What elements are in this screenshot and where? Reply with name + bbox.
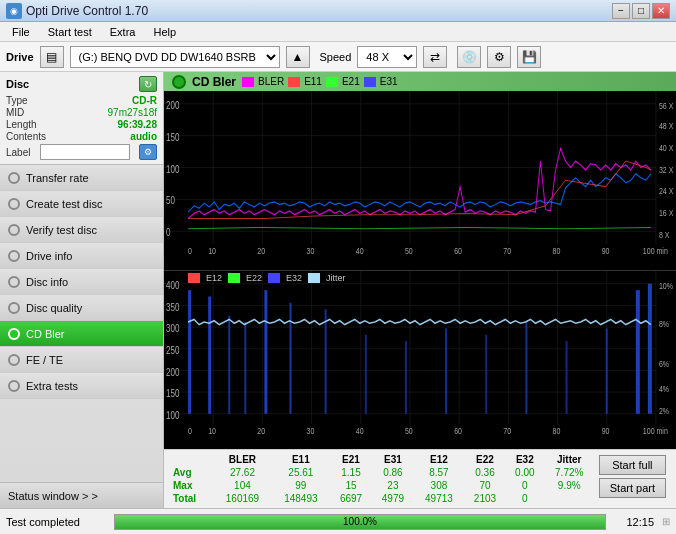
disc-type-value: CD-R bbox=[132, 95, 157, 106]
chart-legend-2: E12 E22 E32 Jitter bbox=[188, 273, 346, 283]
legend-e32-color bbox=[268, 273, 280, 283]
svg-rect-90 bbox=[566, 341, 568, 414]
nav-label-disc-quality: Disc quality bbox=[26, 302, 82, 314]
legend-e11-label: E11 bbox=[304, 76, 322, 87]
svg-rect-80 bbox=[228, 315, 230, 413]
svg-text:40: 40 bbox=[356, 246, 364, 256]
minimize-button[interactable]: − bbox=[612, 3, 630, 19]
stats-max-jitter: 9.9% bbox=[544, 479, 595, 492]
svg-text:150: 150 bbox=[166, 132, 179, 143]
stats-avg-e21: 1.15 bbox=[330, 466, 372, 479]
stats-max-e11: 99 bbox=[272, 479, 330, 492]
start-part-button[interactable]: Start part bbox=[599, 478, 666, 498]
svg-text:20: 20 bbox=[257, 246, 265, 256]
legend-e11-color bbox=[288, 77, 300, 87]
stats-total-jitter bbox=[544, 492, 595, 505]
content-area: CD Bler BLER E11 E21 E31 bbox=[164, 72, 676, 508]
svg-rect-81 bbox=[244, 322, 246, 414]
maximize-button[interactable]: □ bbox=[632, 3, 650, 19]
svg-text:300: 300 bbox=[166, 323, 179, 334]
svg-text:80: 80 bbox=[553, 246, 561, 256]
status-bar: Test completed 100.0% 12:15 ⊞ bbox=[0, 508, 676, 534]
media-icon[interactable]: 💿 bbox=[457, 46, 481, 68]
drive-eject-icon[interactable]: ▤ bbox=[40, 46, 64, 68]
nav-icon-create-test-disc bbox=[8, 198, 20, 210]
stats-max-label: Max bbox=[170, 479, 213, 492]
svg-rect-93 bbox=[648, 283, 652, 413]
main-area: Disc ↻ Type CD-R MID 97m27s18f Length 96… bbox=[0, 72, 676, 508]
svg-rect-88 bbox=[485, 334, 487, 413]
stats-header-e21: E21 bbox=[330, 453, 372, 466]
stats-total-e21: 6697 bbox=[330, 492, 372, 505]
disc-label-icon[interactable]: ⚙ bbox=[139, 144, 157, 160]
disc-title: Disc bbox=[6, 78, 29, 90]
svg-text:250: 250 bbox=[166, 345, 179, 356]
action-buttons: Start full Start part bbox=[595, 453, 670, 500]
nav-icon-disc-info bbox=[8, 276, 20, 288]
nav-label-create-test-disc: Create test disc bbox=[26, 198, 102, 210]
svg-text:2%: 2% bbox=[659, 406, 669, 416]
menu-bar: File Start test Extra Help bbox=[0, 22, 676, 42]
sidebar-item-disc-info[interactable]: Disc info bbox=[0, 269, 163, 295]
drive-refresh-icon[interactable]: ▲ bbox=[286, 46, 310, 68]
sidebar-item-transfer-rate[interactable]: Transfer rate bbox=[0, 165, 163, 191]
sidebar-item-drive-info[interactable]: Drive info bbox=[0, 243, 163, 269]
legend-bler-color bbox=[242, 77, 254, 87]
stats-header-e22: E22 bbox=[464, 453, 506, 466]
stats-avg-label: Avg bbox=[170, 466, 213, 479]
disc-label-input[interactable] bbox=[40, 144, 130, 160]
sidebar-item-extra-tests[interactable]: Extra tests bbox=[0, 373, 163, 399]
nav-icon-verify-test-disc bbox=[8, 224, 20, 236]
nav-label-verify-test-disc: Verify test disc bbox=[26, 224, 97, 236]
svg-text:10: 10 bbox=[208, 246, 216, 256]
sidebar-item-disc-quality[interactable]: Disc quality bbox=[0, 295, 163, 321]
legend-e21-label: E21 bbox=[342, 76, 360, 87]
menu-help[interactable]: Help bbox=[145, 24, 184, 40]
sidebar-item-verify-test-disc[interactable]: Verify test disc bbox=[0, 217, 163, 243]
svg-text:60: 60 bbox=[454, 426, 462, 436]
nav-label-disc-info: Disc info bbox=[26, 276, 68, 288]
svg-text:0: 0 bbox=[188, 246, 192, 256]
stats-max-bler: 104 bbox=[213, 479, 271, 492]
status-window-button[interactable]: Status window > > bbox=[0, 482, 163, 508]
disc-contents-value: audio bbox=[130, 131, 157, 142]
stats-max-e21: 15 bbox=[330, 479, 372, 492]
sidebar-item-create-test-disc[interactable]: Create test disc bbox=[0, 191, 163, 217]
chart-header: CD Bler BLER E11 E21 E31 bbox=[164, 72, 676, 91]
speed-select[interactable]: 48 X 32 X 16 X bbox=[357, 46, 417, 68]
window-controls: − □ ✕ bbox=[612, 3, 670, 19]
legend-e32-label: E32 bbox=[286, 273, 302, 283]
menu-start-test[interactable]: Start test bbox=[40, 24, 100, 40]
close-button[interactable]: ✕ bbox=[652, 3, 670, 19]
nav-label-fe-te: FE / TE bbox=[26, 354, 63, 366]
bottom-chart: E12 E22 E32 Jitter bbox=[164, 271, 676, 450]
stats-header-e32: E32 bbox=[506, 453, 544, 466]
save-icon[interactable]: 💾 bbox=[517, 46, 541, 68]
menu-file[interactable]: File bbox=[4, 24, 38, 40]
stats-total-e22: 2103 bbox=[464, 492, 506, 505]
sidebar-item-cd-bler[interactable]: CD Bler bbox=[0, 321, 163, 347]
app-title: Opti Drive Control 1.70 bbox=[26, 4, 148, 18]
stats-avg-e11: 25.61 bbox=[272, 466, 330, 479]
svg-rect-84 bbox=[325, 309, 327, 414]
settings-icon[interactable]: ⚙ bbox=[487, 46, 511, 68]
stats-max-e22: 70 bbox=[464, 479, 506, 492]
svg-text:70: 70 bbox=[503, 426, 511, 436]
svg-text:48 X: 48 X bbox=[659, 121, 674, 131]
disc-refresh-button[interactable]: ↻ bbox=[139, 76, 157, 92]
svg-text:400: 400 bbox=[166, 279, 179, 290]
legend-e12-color bbox=[188, 273, 200, 283]
svg-text:200: 200 bbox=[166, 100, 179, 111]
stats-avg-e12: 8.57 bbox=[414, 466, 464, 479]
start-full-button[interactable]: Start full bbox=[599, 455, 666, 475]
speed-apply-icon[interactable]: ⇄ bbox=[423, 46, 447, 68]
nav-icon-fe-te bbox=[8, 354, 20, 366]
sidebar-item-fe-te[interactable]: FE / TE bbox=[0, 347, 163, 373]
svg-text:50: 50 bbox=[166, 196, 175, 207]
drive-select[interactable]: (G:) BENQ DVD DD DW1640 BSRB bbox=[70, 46, 280, 68]
stats-header-jitter: Jitter bbox=[544, 453, 595, 466]
menu-extra[interactable]: Extra bbox=[102, 24, 144, 40]
svg-text:80: 80 bbox=[553, 426, 561, 436]
disc-type-label: Type bbox=[6, 95, 28, 106]
sidebar: Disc ↻ Type CD-R MID 97m27s18f Length 96… bbox=[0, 72, 164, 508]
